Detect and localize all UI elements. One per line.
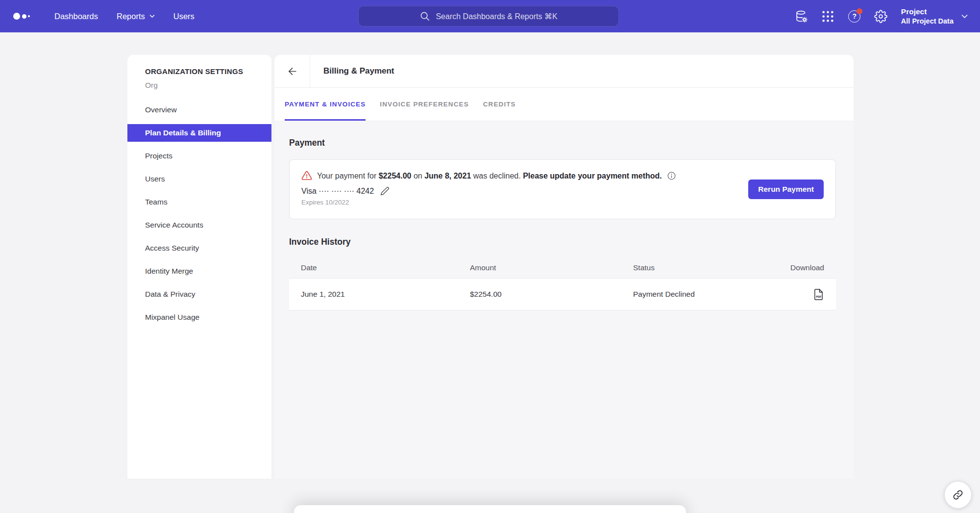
- sidebar-item-mixpanel-usage[interactable]: Mixpanel Usage: [127, 308, 271, 326]
- tab-label: CREDITS: [483, 101, 516, 108]
- nav-dashboards[interactable]: Dashboards: [54, 12, 98, 21]
- topbar-right-cluster: ? Project All Project Data: [788, 0, 968, 32]
- column-header-status: Status: [633, 263, 769, 272]
- invoice-status: Payment Declined: [633, 290, 769, 299]
- payment-section-title: Payment: [289, 121, 836, 148]
- search-input[interactable]: Search Dashboards & Reports ⌘K: [358, 6, 619, 26]
- svg-text:PDF: PDF: [816, 295, 822, 298]
- sidebar-item-label: Teams: [145, 198, 168, 206]
- invoice-table-header: Date Amount Status Download: [289, 257, 836, 278]
- sidebar-heading: ORGANIZATION SETTINGS: [145, 67, 271, 77]
- mixpanel-org-settings-screen: Dashboards Reports Users Search Dashboar…: [0, 0, 980, 513]
- top-navbar: Dashboards Reports Users Search Dashboar…: [0, 0, 980, 32]
- back-button[interactable]: [274, 55, 310, 87]
- sidebar-item-data-privacy[interactable]: Data & Privacy: [127, 285, 271, 303]
- tab-payment-invoices[interactable]: PAYMENT & INVOICES: [285, 88, 366, 121]
- column-header-amount: Amount: [470, 263, 633, 272]
- chevron-down-icon: [149, 14, 155, 18]
- payment-method-card: Your payment for $2254.00 on June 8, 202…: [289, 159, 836, 219]
- panel-header: Billing & Payment: [274, 55, 854, 88]
- sidebar-item-label: Users: [145, 175, 165, 183]
- sidebar-item-label: Service Accounts: [145, 221, 203, 230]
- logo-dot-large: [13, 13, 20, 20]
- warning-text-pre: Your payment for: [317, 172, 379, 180]
- card-expiration: Expires 10/2022: [301, 199, 824, 206]
- invoice-history-title: Invoice History: [289, 219, 836, 247]
- question-mark-glyph: ?: [848, 10, 860, 23]
- nav-users-label: Users: [173, 12, 195, 21]
- invoice-table: Date Amount Status Download June 1, 2021…: [289, 257, 836, 310]
- payment-declined-warning: Your payment for $2254.00 on June 8, 202…: [301, 170, 824, 181]
- copy-link-button[interactable]: [945, 482, 971, 508]
- warning-text-mid: on: [411, 172, 424, 180]
- warning-amount: $2254.00: [379, 172, 412, 180]
- warning-cta: Please update your payment method.: [523, 172, 662, 180]
- sidebar-item-service-accounts[interactable]: Service Accounts: [127, 216, 271, 234]
- sidebar-item-identity-merge[interactable]: Identity Merge: [127, 262, 271, 280]
- billing-payment-panel: Billing & Payment PAYMENT & INVOICES INV…: [274, 55, 854, 479]
- sidebar-item-overview[interactable]: Overview: [127, 101, 271, 119]
- sidebar-item-label: Overview: [145, 105, 177, 114]
- apps-grid-icon[interactable]: [815, 0, 841, 32]
- nav-users[interactable]: Users: [173, 12, 195, 21]
- tab-invoice-preferences[interactable]: INVOICE PREFERENCES: [380, 88, 468, 121]
- sidebar-item-teams[interactable]: Teams: [127, 193, 271, 211]
- warning-triangle-icon: [301, 170, 312, 181]
- tab-bar: PAYMENT & INVOICES INVOICE PREFERENCES C…: [274, 88, 854, 121]
- sidebar-item-projects[interactable]: Projects: [127, 147, 271, 165]
- sidebar-item-label: Access Security: [145, 244, 199, 253]
- data-definitions-icon[interactable]: [788, 0, 815, 32]
- org-settings-sidebar: ORGANIZATION SETTINGS Org Overview Plan …: [127, 55, 271, 479]
- download-pdf-icon[interactable]: PDF: [813, 288, 824, 301]
- arrow-left-icon: [287, 66, 298, 77]
- tab-label: INVOICE PREFERENCES: [380, 101, 468, 108]
- project-label: Project: [901, 7, 954, 16]
- nav-reports[interactable]: Reports: [117, 12, 155, 21]
- tab-label: PAYMENT & INVOICES: [285, 101, 366, 108]
- org-name: Org: [145, 80, 271, 90]
- chevron-down-icon: [961, 14, 968, 19]
- settings-gear-icon[interactable]: [868, 0, 894, 32]
- sidebar-item-users[interactable]: Users: [127, 170, 271, 188]
- hidden-bottom-sheet-shadow: [294, 505, 686, 513]
- logo-dot-small: [28, 15, 30, 17]
- sidebar-item-access-security[interactable]: Access Security: [127, 239, 271, 257]
- help-icon[interactable]: ?: [841, 0, 868, 32]
- invoice-row: June 1, 2021 $2254.00 Payment Declined P…: [289, 278, 836, 310]
- search-icon: [419, 11, 430, 22]
- tab-credits[interactable]: CREDITS: [483, 88, 516, 121]
- warning-date: June 8, 2021: [424, 172, 471, 180]
- rerun-payment-button[interactable]: Rerun Payment: [748, 180, 824, 199]
- column-header-date: Date: [301, 263, 470, 272]
- mixpanel-logo-icon[interactable]: [13, 13, 39, 20]
- project-selector-text: Project All Project Data: [901, 7, 954, 26]
- link-icon: [953, 489, 963, 500]
- warning-text: Your payment for $2254.00 on June 8, 202…: [317, 171, 662, 181]
- invoice-date: June 1, 2021: [301, 290, 470, 299]
- logo-dot-medium: [22, 14, 26, 19]
- project-name: All Project Data: [901, 17, 954, 26]
- notification-badge: [857, 8, 862, 14]
- nav-reports-label: Reports: [117, 12, 145, 21]
- info-icon[interactable]: [667, 171, 676, 180]
- card-number-masked: Visa ···· ···· ···· 4242: [301, 187, 374, 196]
- sidebar-item-label: Identity Merge: [145, 267, 193, 276]
- search-placeholder: Search Dashboards & Reports ⌘K: [436, 12, 557, 21]
- project-selector[interactable]: Project All Project Data: [901, 7, 968, 26]
- nav-dashboards-label: Dashboards: [54, 12, 98, 21]
- sidebar-item-plan-details-billing[interactable]: Plan Details & Billing: [127, 124, 271, 142]
- sidebar-item-label: Plan Details & Billing: [145, 128, 221, 137]
- edit-card-icon[interactable]: [380, 186, 390, 196]
- sidebar-item-label: Data & Privacy: [145, 290, 196, 299]
- sidebar-item-label: Mixpanel Usage: [145, 313, 199, 322]
- primary-nav: Dashboards Reports Users: [54, 12, 213, 21]
- sidebar-menu: Overview Plan Details & Billing Projects…: [127, 101, 271, 326]
- sidebar-item-label: Projects: [145, 152, 172, 160]
- tab-content: Payment Your payment for $2254.00 on Jun…: [274, 121, 854, 479]
- page-title: Billing & Payment: [323, 60, 394, 81]
- invoice-amount: $2254.00: [470, 290, 633, 299]
- warning-text-post: was declined.: [471, 172, 523, 180]
- card-on-file: Visa ···· ···· ···· 4242: [301, 186, 824, 196]
- column-header-download: Download: [769, 263, 824, 272]
